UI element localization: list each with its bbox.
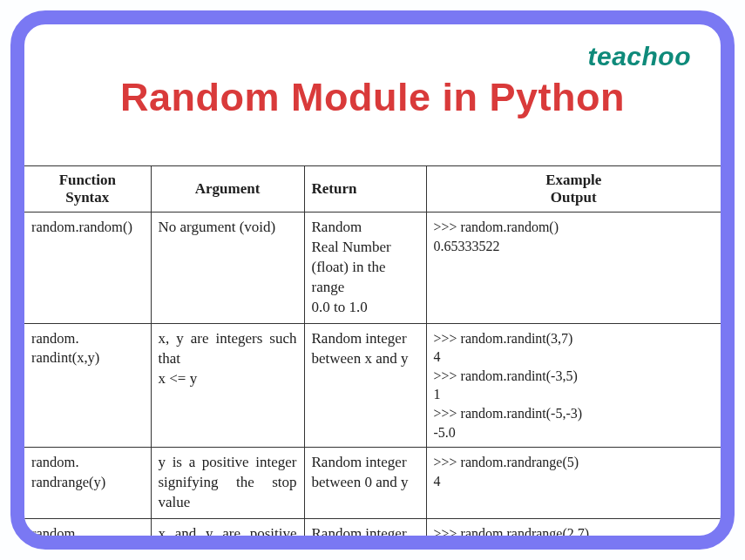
document-title: Random Module in Python [24,75,721,120]
cell-example: >>> random.randrange(5) 4 [426,448,721,519]
document-frame: teachoo Random Module in Python Function… [10,10,735,550]
cell-syntax: random.random() [24,213,151,324]
table-row: random. randrange(x,y) x and y are posit… [24,519,721,550]
cell-return: Random integer between 0 and y [304,448,426,519]
cell-syntax: random. randrange(x,y) [24,519,151,550]
cell-example: >>> random.randrange(2,7) 2 [426,519,721,550]
header-function-syntax: Function Syntax [24,166,151,213]
header-argument: Argument [151,166,304,213]
cell-return: Random Real Number (float) in the range … [304,213,426,324]
cell-argument: y is a positive integer signifying the s… [151,448,304,519]
cell-return: Random integer between x and y [304,323,426,448]
reference-table: Function Syntax Argument Return Example … [24,165,721,550]
cell-example: >>> random.randint(3,7) 4 >>> random.ran… [426,323,721,448]
cell-example: >>> random.random() 0.65333522 [426,213,721,324]
table-header-row: Function Syntax Argument Return Example … [24,166,721,213]
header-example-output: Example Output [426,166,721,213]
cell-return: Random integer between x and y [304,519,426,550]
brand-logo: teachoo [587,42,691,71]
table-row: random. randint(x,y) x, y are integers s… [24,323,721,448]
table-row: random.random() No argument (void) Rando… [24,213,721,324]
header-return: Return [304,166,426,213]
cell-syntax: random. randint(x,y) [24,323,151,448]
cell-argument: x and y are positive integers signifying… [151,519,304,550]
cell-syntax: random. randrange(y) [24,448,151,519]
table-row: random. randrange(y) y is a positive int… [24,448,721,519]
cell-argument: No argument (void) [151,213,304,324]
cell-argument: x, y are integers such that x <= y [151,323,304,448]
